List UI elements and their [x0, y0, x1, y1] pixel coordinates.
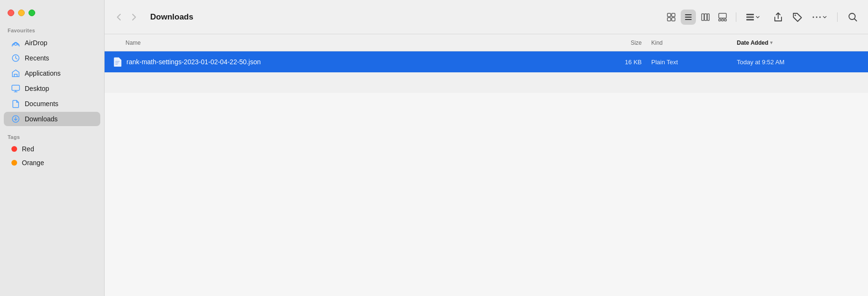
applications-icon [11, 69, 20, 78]
svg-rect-14 [724, 19, 726, 21]
toolbar-title: Downloads [148, 12, 193, 22]
sidebar-item-orange-tag[interactable]: Orange [4, 156, 100, 169]
sidebar-item-airdrop[interactable]: AirDrop [4, 36, 100, 50]
back-button[interactable] [112, 10, 125, 24]
close-button[interactable] [8, 10, 14, 16]
svg-rect-5 [672, 13, 675, 17]
tag-button[interactable] [790, 10, 805, 25]
sidebar-item-downloads-label: Downloads [25, 115, 58, 123]
maximize-button[interactable] [29, 10, 35, 16]
search-button[interactable] [845, 10, 860, 25]
svg-rect-4 [667, 13, 671, 17]
airdrop-icon [11, 39, 20, 47]
column-view-button[interactable] [698, 10, 713, 25]
file-name: rank-math-settings-2023-01-02-04-22-50.j… [126, 58, 594, 66]
column-kind-header[interactable]: Kind [651, 39, 737, 46]
svg-rect-12 [719, 19, 721, 21]
downloads-icon [11, 115, 20, 123]
group-by-button[interactable] [742, 10, 763, 25]
svg-rect-15 [746, 14, 754, 15]
svg-rect-7 [672, 18, 675, 21]
tags-section: Tags Red Orange [0, 130, 104, 170]
column-size-header[interactable]: Size [594, 39, 651, 46]
svg-rect-17 [746, 19, 754, 20]
more-button[interactable] [809, 10, 829, 25]
sidebar-item-red-tag[interactable]: Red [4, 142, 100, 156]
main-content: Downloads [105, 0, 868, 296]
column-name-header[interactable]: Name [112, 39, 594, 46]
sidebar-item-red-tag-label: Red [22, 145, 34, 153]
svg-rect-16 [746, 16, 754, 18]
tags-label: Tags [0, 130, 104, 142]
toolbar-separator-2 [837, 12, 838, 22]
list-view-button[interactable] [681, 10, 696, 25]
sidebar-item-applications-label: Applications [25, 69, 61, 77]
file-icon [112, 57, 123, 67]
icon-view-button[interactable] [664, 10, 679, 25]
sidebar-item-downloads[interactable]: Downloads [4, 112, 100, 126]
sidebar-item-desktop-label: Desktop [25, 85, 49, 92]
toolbar: Downloads [105, 0, 868, 34]
toolbar-right [771, 10, 860, 25]
svg-rect-6 [667, 18, 671, 21]
red-tag-dot [11, 146, 17, 152]
svg-point-19 [813, 16, 814, 18]
sidebar-item-desktop[interactable]: Desktop [4, 81, 100, 96]
file-list: rank-math-settings-2023-01-02-04-22-50.j… [105, 51, 868, 296]
desktop-icon [11, 84, 20, 93]
sort-arrow-icon: ▾ [770, 40, 772, 45]
view-buttons [664, 10, 763, 25]
share-button[interactable] [771, 10, 786, 25]
sidebar-item-recents[interactable]: Recents [4, 51, 100, 65]
forward-button[interactable] [127, 10, 141, 24]
svg-rect-8 [702, 14, 704, 20]
file-row[interactable]: rank-math-settings-2023-01-02-04-22-50.j… [105, 51, 868, 72]
svg-rect-2 [12, 85, 19, 90]
documents-icon [11, 99, 20, 108]
toolbar-separator-1 [736, 12, 736, 22]
sidebar: Favourites AirDrop Recents [0, 0, 105, 296]
file-date: Today at 9:52 AM [737, 59, 860, 66]
gallery-view-button[interactable] [715, 10, 730, 25]
window-controls [0, 6, 104, 24]
sidebar-item-applications[interactable]: Applications [4, 66, 100, 80]
recents-icon [11, 54, 20, 62]
preview-area [105, 72, 868, 93]
sidebar-item-airdrop-label: AirDrop [25, 39, 47, 47]
column-headers: Name Size Kind Date Added ▾ [105, 34, 868, 51]
svg-point-18 [795, 14, 796, 16]
svg-rect-11 [719, 13, 726, 18]
favourites-label: Favourites [0, 24, 104, 35]
orange-tag-dot [11, 160, 17, 166]
blurred-content [105, 72, 868, 93]
file-size: 16 KB [594, 59, 651, 66]
svg-point-21 [820, 16, 821, 18]
minimize-button[interactable] [18, 10, 25, 16]
sidebar-item-recents-label: Recents [25, 54, 49, 62]
toolbar-nav [112, 10, 141, 24]
sidebar-item-documents[interactable]: Documents [4, 97, 100, 111]
file-kind: Plain Text [651, 59, 737, 66]
sidebar-item-documents-label: Documents [25, 100, 58, 108]
svg-rect-9 [704, 14, 707, 20]
column-date-header[interactable]: Date Added ▾ [737, 39, 860, 46]
svg-rect-10 [707, 14, 709, 20]
sidebar-item-orange-tag-label: Orange [22, 159, 44, 167]
svg-rect-13 [722, 19, 723, 21]
svg-point-20 [816, 16, 818, 18]
